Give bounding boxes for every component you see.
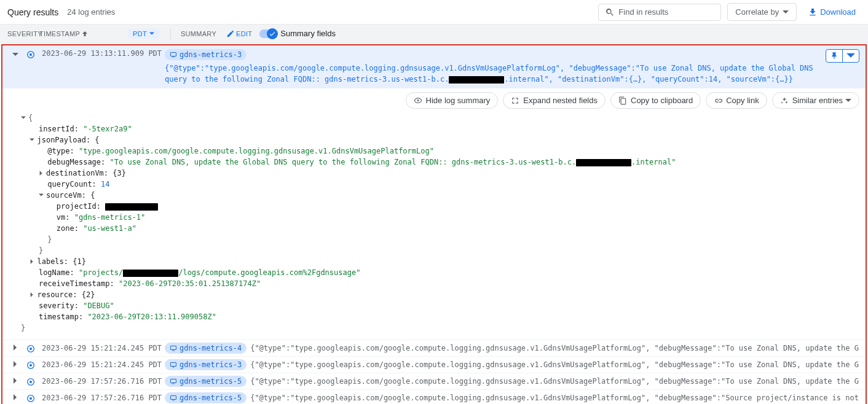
log-summary-text: {"@type":"type.googleapis.com/google.com… [250, 377, 859, 386]
log-summary-text: {"@type":"type.googleapis.com/google.com… [250, 344, 859, 352]
copy-link-button[interactable]: Copy link [706, 92, 767, 109]
caret-right[interactable] [39, 168, 46, 179]
json-insertid[interactable]: "-5texr2a9" [83, 125, 132, 133]
json-resource[interactable]: resource: {2} [37, 290, 95, 299]
log-row-expanded[interactable]: 2023-06-29 13:13:11.909 PDT gdns-metrics… [2, 45, 866, 88]
resource-chip[interactable]: gdns-metrics-3 [165, 359, 247, 370]
log-summary-text: {"@type":"type.googleapis.com/google.com… [165, 63, 821, 85]
log-row[interactable]: 2023-06-29 15:21:24.245 PDTgdns-metrics-… [2, 340, 866, 356]
expand-caret[interactable] [12, 394, 21, 402]
svg-rect-18 [171, 396, 176, 400]
resource-chip[interactable]: gdns-metrics-5 [165, 376, 247, 387]
severity-debug-icon [26, 360, 36, 370]
find-in-results-input[interactable]: Find in results [598, 4, 721, 21]
col-summary[interactable]: SUMMARY [177, 30, 220, 37]
collapse-caret[interactable] [12, 49, 21, 60]
json-sourcevm-open[interactable]: sourceVm: { [46, 191, 95, 200]
timezone-label: PDT [133, 30, 147, 37]
resource-name: gdns-metrics-4 [180, 344, 242, 352]
json-severity[interactable]: "DEBUG" [83, 301, 114, 310]
pin-button[interactable] [826, 50, 842, 62]
log-entries-panel: 2023-06-29 13:13:11.909 PDT gdns-metrics… [1, 44, 867, 404]
log-timestamp: 2023-06-29 17:57:26.716 PDT [42, 377, 165, 386]
copy-clipboard-button[interactable]: Copy to clipboard [610, 92, 701, 109]
svg-point-9 [30, 364, 32, 367]
summary-fields-toggle[interactable]: Summary fields [259, 29, 336, 38]
json-type[interactable]: "type.googleapis.com/google.compute.logg… [79, 147, 434, 155]
svg-rect-15 [173, 384, 175, 384]
json-destinationvm[interactable]: destinationVm: {3} [46, 169, 126, 177]
resource-chip[interactable]: gdns-metrics-4 [165, 343, 247, 354]
vm-icon [170, 51, 177, 58]
log-row[interactable]: 2023-06-29 17:57:26.716 PDTgdns-metrics-… [2, 373, 866, 389]
json-zone[interactable]: "us-west1-a" [83, 224, 136, 233]
toggle-switch [259, 29, 277, 38]
expand-caret[interactable] [12, 360, 21, 369]
caret-down[interactable] [39, 190, 46, 201]
svg-rect-10 [171, 363, 176, 367]
svg-rect-6 [171, 346, 176, 350]
log-row[interactable]: 2023-06-29 15:21:24.245 PDTgdns-metrics-… [2, 356, 866, 373]
col-severity[interactable]: SEVERITY [7, 30, 39, 37]
summary-fields-label: Summary fields [280, 29, 336, 38]
resource-chip[interactable]: gdns-metrics-5 [165, 392, 247, 403]
column-separator [170, 28, 171, 39]
results-title: Query results [7, 7, 58, 17]
redacted-block [105, 203, 158, 211]
edit-summary-button[interactable]: EDIT [226, 29, 252, 38]
results-count: 24 log entries [67, 7, 115, 17]
json-labels[interactable]: labels: {1} [37, 257, 85, 266]
severity-debug-icon [26, 344, 36, 354]
severity-debug-icon [26, 50, 36, 60]
caret-right[interactable] [30, 256, 37, 267]
results-header: Query results 24 log entries Find in res… [0, 0, 868, 25]
json-querycount[interactable]: 14 [101, 180, 109, 188]
log-json-tree: { insertId: "-5texr2a9" jsonPayload: { @… [2, 112, 866, 340]
svg-rect-7 [173, 351, 175, 351]
severity-debug-icon [26, 377, 36, 387]
pin-icon [830, 52, 838, 60]
chevron-down-icon [846, 52, 855, 60]
col-timestamp[interactable]: TIMESTAMP [39, 30, 130, 37]
json-receivetimestamp[interactable]: "2023-06-29T20:35:01.251387174Z" [119, 279, 261, 288]
expand-caret[interactable] [12, 377, 21, 386]
copy-link-label: Copy link [726, 96, 759, 105]
download-icon [808, 7, 818, 17]
svg-point-13 [30, 381, 32, 383]
log-timestamp: 2023-06-29 15:21:24.245 PDT [42, 344, 165, 352]
caret-right[interactable] [30, 289, 37, 300]
caret-down[interactable] [21, 112, 28, 123]
copy-icon [618, 96, 627, 105]
hide-summary-button[interactable]: Hide log summary [406, 92, 499, 109]
link-icon [714, 96, 722, 105]
json-payload-open[interactable]: jsonPayload: { [37, 136, 99, 144]
download-button[interactable]: Download [803, 4, 861, 21]
json-logname[interactable]: "projects//logs/compute.googleapis.com%2… [79, 268, 360, 277]
redacted-block [123, 270, 178, 277]
expand-fields-label: Expand nested fields [523, 96, 598, 105]
check-icon [269, 30, 276, 37]
log-timestamp: 2023-06-29 17:57:26.716 PDT [42, 394, 165, 402]
expand-caret[interactable] [12, 344, 21, 352]
svg-rect-11 [173, 367, 175, 368]
redacted-block [576, 159, 631, 166]
sparkle-icon [780, 96, 789, 105]
timezone-chip[interactable]: PDT [128, 29, 159, 39]
hide-summary-label: Hide log summary [426, 96, 491, 105]
similar-entries-button[interactable]: Similar entries [772, 92, 859, 109]
svg-point-5 [30, 348, 32, 350]
json-vm[interactable]: "gdns-metrics-1" [74, 213, 146, 222]
correlate-by-button[interactable]: Correlate by [727, 3, 797, 21]
svg-point-1 [30, 53, 32, 56]
log-row[interactable]: 2023-06-29 17:57:26.716 PDTgdns-metrics-… [2, 389, 866, 404]
pin-button-group [826, 49, 859, 63]
svg-rect-2 [171, 53, 176, 56]
expand-fields-button[interactable]: Expand nested fields [503, 92, 606, 109]
json-timestamp[interactable]: "2023-06-29T20:13:11.909058Z" [87, 313, 216, 321]
resource-name: gdns-metrics-3 [180, 360, 242, 369]
pin-dropdown[interactable] [843, 50, 859, 62]
json-debugmessage[interactable]: "To use Zonal DNS, update the Global DNS… [110, 158, 676, 166]
resource-chip[interactable]: gdns-metrics-3 [165, 49, 247, 60]
caret-down[interactable] [30, 134, 37, 146]
svg-rect-3 [173, 57, 175, 58]
